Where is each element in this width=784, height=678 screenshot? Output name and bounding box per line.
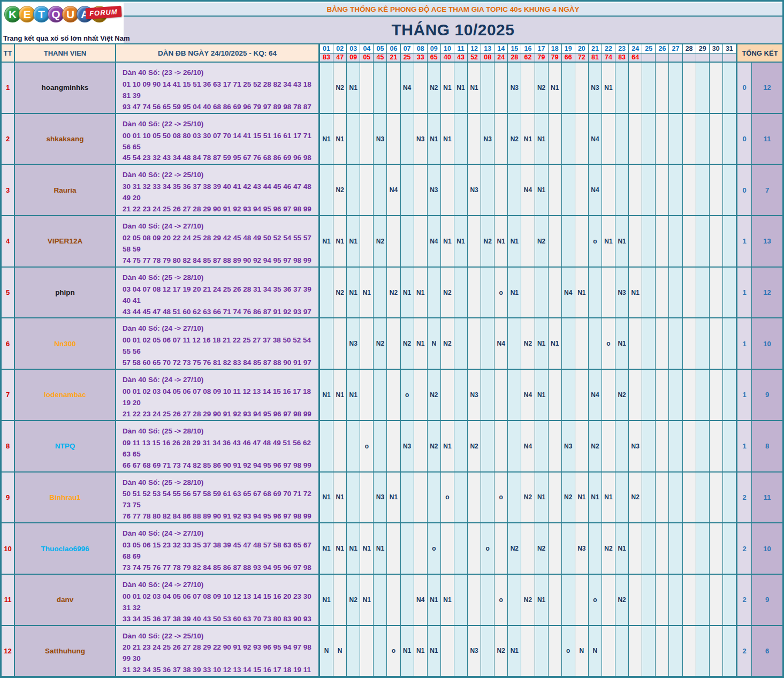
day-mark-13: o xyxy=(481,523,494,574)
day-mark-28 xyxy=(683,626,696,676)
day-mark-27 xyxy=(669,165,682,215)
member-name[interactable]: shkaksang xyxy=(15,114,116,164)
day-mark-5 xyxy=(374,575,387,625)
dan-range: Dàn 40 Số: (22 -> 25/10) xyxy=(123,170,316,181)
day-mark-1 xyxy=(320,318,333,369)
member-name[interactable]: Nn300 xyxy=(15,318,116,369)
day-result-08: 33 xyxy=(414,54,428,62)
day-header-06: 06 xyxy=(387,44,400,53)
day-mark-28 xyxy=(683,216,696,266)
dan-numbers-line2: 73 74 75 76 77 78 79 82 84 85 86 87 88 9… xyxy=(123,562,316,574)
member-name[interactable]: danv xyxy=(15,575,116,625)
day-mark-30 xyxy=(710,165,723,215)
day-result-18: 79 xyxy=(549,54,562,62)
day-mark-17: N1 xyxy=(535,575,549,625)
day-result-03: 09 xyxy=(347,54,360,62)
day-mark-17: N1 xyxy=(535,114,549,164)
day-mark-5 xyxy=(374,370,387,420)
day-mark-2: N1 xyxy=(333,370,347,420)
day-mark-5 xyxy=(374,63,387,113)
day-mark-13 xyxy=(481,626,494,676)
day-marks: N1N1N1N2N4N1N1N2N1N1N2oN1N1 xyxy=(320,216,736,266)
day-mark-28 xyxy=(683,63,696,113)
member-name[interactable]: Binhrau1 xyxy=(15,473,116,523)
day-result-13: 08 xyxy=(481,54,494,62)
day-mark-30 xyxy=(710,268,723,318)
dan-numbers-line1: 01 10 09 90 14 41 15 51 36 63 17 71 25 5… xyxy=(123,79,316,102)
day-mark-30 xyxy=(710,370,723,420)
day-mark-5: N1 xyxy=(374,523,387,574)
total-win: 12 xyxy=(752,63,782,113)
day-mark-29 xyxy=(696,626,710,676)
header-total: TỔNG KẾT xyxy=(736,44,782,62)
day-mark-7 xyxy=(401,473,414,523)
total-win: 6 xyxy=(752,626,782,676)
day-header-07: 07 xyxy=(401,44,414,53)
member-name[interactable]: NTPQ xyxy=(15,421,116,471)
row-number: 1 xyxy=(2,63,15,113)
site-logo[interactable]: KETQUA2 FORUM Trang kết quả xổ số lớn nh… xyxy=(2,2,124,43)
member-name[interactable]: phipn xyxy=(15,268,116,318)
day-mark-16: N2 xyxy=(521,575,535,625)
day-mark-3: N1 xyxy=(347,370,360,420)
day-mark-23: N2 xyxy=(615,575,629,625)
day-mark-18: N1 xyxy=(549,63,562,113)
day-mark-21 xyxy=(589,523,602,574)
day-result-19: 66 xyxy=(562,54,575,62)
member-name[interactable]: Thuoclao6996 xyxy=(15,523,116,574)
day-marks: N1N1N3N1ooN2N1N2N1N1N1N2 xyxy=(320,473,736,523)
member-name[interactable]: hoangminhks xyxy=(15,63,116,113)
dan-cell: Dàn 40 Số: (24 -> 27/10)00 01 02 03 04 0… xyxy=(116,575,320,625)
day-mark-11 xyxy=(454,523,468,574)
day-mark-5 xyxy=(374,165,387,215)
day-mark-22 xyxy=(602,370,615,420)
member-name[interactable]: Satthuhung xyxy=(15,626,116,676)
day-mark-10: N1 xyxy=(441,216,454,266)
day-mark-27 xyxy=(669,421,682,471)
day-mark-11 xyxy=(454,318,468,369)
member-row: 9Binhrau1Dàn 40 Số: (25 -> 28/10)50 51 5… xyxy=(2,473,782,524)
day-mark-22: N1 xyxy=(602,216,615,266)
dan-numbers-line1: 02 05 08 09 20 22 24 25 28 29 42 45 48 4… xyxy=(123,233,316,255)
day-mark-1: N1 xyxy=(320,575,333,625)
day-result-07: 25 xyxy=(401,54,414,62)
day-result-09: 65 xyxy=(428,54,441,62)
day-numbers-row: 0102030405060708091011121314151617181920… xyxy=(320,44,736,54)
day-mark-15: N1 xyxy=(508,268,521,318)
dan-numbers-line2: 66 67 68 69 71 73 74 82 85 86 90 91 92 9… xyxy=(123,460,316,471)
day-mark-27 xyxy=(669,268,682,318)
day-mark-11: N1 xyxy=(454,63,468,113)
day-mark-27 xyxy=(669,626,682,676)
day-mark-3 xyxy=(347,165,360,215)
day-mark-8 xyxy=(414,216,428,266)
day-mark-2: N1 xyxy=(333,114,347,164)
day-mark-25 xyxy=(642,473,656,523)
day-mark-26 xyxy=(656,63,669,113)
day-mark-28 xyxy=(683,268,696,318)
day-mark-24: N2 xyxy=(629,473,642,523)
day-mark-1: N1 xyxy=(320,370,333,420)
day-mark-9: N3 xyxy=(428,165,441,215)
day-marks: N2N4N3N3N4N1N4 xyxy=(320,165,736,215)
day-mark-29 xyxy=(696,370,710,420)
member-name[interactable]: lodenambac xyxy=(15,370,116,420)
day-mark-21: o xyxy=(589,216,602,266)
day-mark-16: N4 xyxy=(521,421,535,471)
total-miss: 2 xyxy=(736,575,752,625)
day-mark-4 xyxy=(360,216,374,266)
day-mark-14: o xyxy=(494,268,508,318)
day-mark-22 xyxy=(602,421,615,471)
member-name[interactable]: Rauria xyxy=(15,165,116,215)
day-mark-13 xyxy=(481,370,494,420)
dan-range: Dàn 40 Số: (25 -> 28/10) xyxy=(123,477,316,489)
day-mark-11 xyxy=(454,421,468,471)
member-row: 3RauriaDàn 40 Số: (22 -> 25/10)30 31 32 … xyxy=(2,165,782,216)
day-mark-13 xyxy=(481,318,494,369)
day-header-24: 24 xyxy=(629,44,642,53)
member-name[interactable]: VIPER12A xyxy=(15,216,116,266)
day-mark-16: N1 xyxy=(521,114,535,164)
day-mark-2: N1 xyxy=(333,473,347,523)
day-header-19: 19 xyxy=(562,44,575,53)
day-mark-10: N1 xyxy=(441,114,454,164)
day-mark-2: N2 xyxy=(333,268,347,318)
